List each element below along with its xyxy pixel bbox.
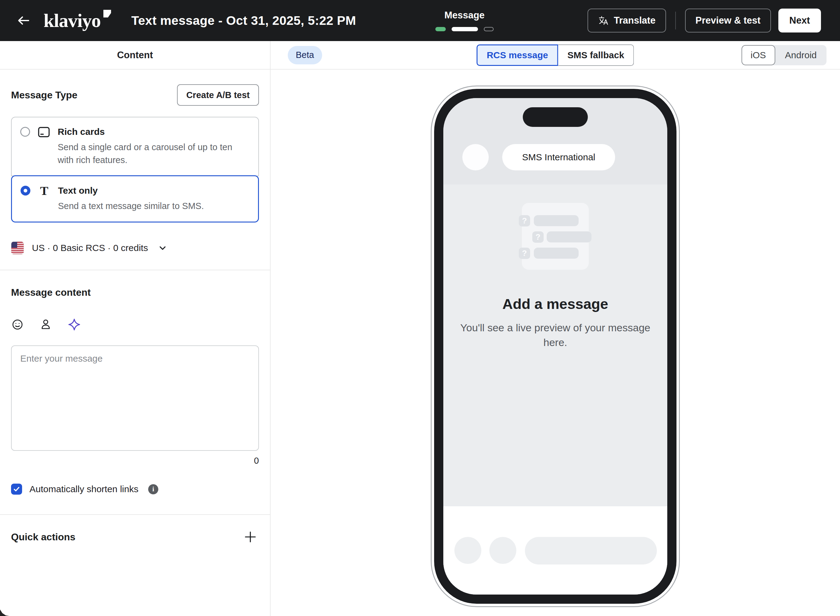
translate-button[interactable]: Translate: [587, 9, 666, 32]
klaviyo-logo: klaviyo: [44, 11, 112, 30]
step-pill-current[interactable]: [452, 27, 478, 31]
quick-actions-header: Quick actions: [11, 530, 259, 544]
empty-state-title: Add a message: [503, 295, 608, 312]
beta-badge: Beta: [288, 46, 322, 65]
question-mark-icon: ?: [519, 248, 530, 259]
text-only-title: Text only: [58, 185, 204, 197]
create-ab-test-label: Create A/B test: [186, 90, 250, 100]
step-label: Message: [444, 10, 485, 21]
option-rich-cards[interactable]: Rich cards Send a single card or a carou…: [11, 117, 259, 176]
step-pill-upcoming[interactable]: [484, 27, 494, 31]
compose-action-circle: [455, 537, 481, 564]
preview-test-button[interactable]: Preview & test: [685, 9, 771, 32]
emoji-button[interactable]: [11, 318, 24, 331]
rich-cards-text: Rich cards Send a single card or a carou…: [58, 126, 250, 166]
sparkle-icon: [68, 318, 81, 331]
conversation-header: SMS International: [443, 144, 667, 170]
chevron-down-icon: [158, 243, 167, 252]
klaviyo-flag-icon: [103, 10, 111, 18]
ai-assistant-button[interactable]: [68, 318, 81, 331]
toggle-ios[interactable]: iOS: [741, 45, 775, 65]
tab-rcs-message[interactable]: RCS message: [477, 44, 558, 66]
page-title: Text message - Oct 31, 2025, 5:22 PM: [131, 13, 356, 28]
section-divider: [0, 270, 270, 270]
next-button[interactable]: Next: [778, 9, 821, 32]
sending-summary: US · 0 Basic RCS · 0 credits: [32, 243, 148, 253]
option-text-only[interactable]: T Text only Send a text message similar …: [11, 175, 259, 223]
message-type-heading: Message Type: [11, 89, 77, 101]
shorten-links-checkbox[interactable]: [11, 484, 22, 495]
placeholder-bubble: [547, 232, 591, 242]
translate-label: Translate: [614, 15, 656, 26]
arrow-left-icon: [16, 13, 30, 28]
character-count: 0: [11, 456, 259, 466]
emoji-icon: [11, 318, 24, 331]
preview-pane: Beta RCS message SMS fallback iOS Androi…: [271, 41, 840, 616]
placeholder-bubble: [534, 215, 579, 226]
add-quick-action-button[interactable]: [244, 530, 257, 544]
wizard-step-indicator: Message: [434, 0, 494, 41]
header-divider: [675, 12, 676, 29]
klaviyo-wordmark: klaviyo: [44, 10, 101, 31]
message-input[interactable]: [11, 345, 259, 451]
compose-input-placeholder: [525, 537, 657, 565]
shorten-links-row: Automatically shorten links i: [11, 484, 259, 495]
message-type-header: Message Type Create A/B test: [11, 84, 259, 106]
preview-test-label: Preview & test: [696, 15, 761, 26]
compose-bar: [443, 506, 667, 594]
shorten-links-label: Automatically shorten links: [29, 484, 138, 494]
dynamic-island: [523, 107, 588, 127]
translate-icon: [598, 15, 609, 26]
avatar: [462, 144, 489, 170]
us-flag-icon: [11, 242, 24, 254]
rich-cards-radio[interactable]: [20, 127, 30, 137]
rich-cards-description: Send a single card or a carousel of up t…: [58, 141, 250, 166]
tab-sms-fallback[interactable]: SMS fallback: [558, 44, 634, 66]
message-mode-tabs: RCS message SMS fallback: [477, 44, 634, 66]
create-ab-test-button[interactable]: Create A/B test: [177, 84, 259, 106]
preview-canvas: SMS International ? ? ?: [271, 70, 840, 616]
person-icon: [39, 318, 52, 331]
text-only-radio[interactable]: [21, 186, 30, 195]
empty-state-subtitle: You'll see a live preview of your messag…: [460, 320, 650, 350]
back-button[interactable]: [15, 13, 31, 28]
rich-cards-title: Rich cards: [58, 126, 250, 138]
check-icon: [13, 485, 20, 493]
step-progress: [435, 27, 494, 31]
text-only-text: Text only Send a text message similar to…: [58, 185, 204, 213]
sending-profile-dropdown[interactable]: US · 0 Basic RCS · 0 credits: [11, 242, 259, 254]
personalization-button[interactable]: [39, 318, 52, 331]
phone-status-header: SMS International: [443, 98, 667, 185]
content-sidebar: Content Message Type Create A/B test: [0, 41, 271, 616]
content-row: Content Message Type Create A/B test: [0, 41, 840, 616]
info-icon[interactable]: i: [148, 484, 158, 494]
placeholder-bubble: [534, 248, 579, 259]
app-header: klaviyo Text message - Oct 31, 2025, 5:2…: [0, 0, 840, 41]
sender-name-pill: SMS International: [502, 144, 615, 170]
step-pill-complete[interactable]: [435, 27, 446, 31]
phone-mockup: SMS International ? ? ?: [431, 85, 680, 607]
message-type-options: Rich cards Send a single card or a carou…: [11, 117, 259, 223]
placeholder-illustration: ? ? ?: [522, 203, 589, 270]
question-mark-icon: ?: [519, 215, 530, 226]
phone-screen: SMS International ? ? ?: [443, 98, 667, 594]
sidebar-title: Content: [0, 41, 270, 70]
toggle-android[interactable]: Android: [775, 45, 827, 65]
rich-card-icon: [37, 126, 50, 166]
sidebar-body: Message Type Create A/B test Rich ca: [0, 70, 270, 616]
preview-controls: Beta RCS message SMS fallback iOS Androi…: [271, 41, 840, 70]
phone-bezel: SMS International ? ? ?: [434, 89, 677, 604]
compose-action-circle: [489, 537, 516, 564]
section-divider: [0, 514, 270, 515]
quick-actions-heading: Quick actions: [11, 531, 75, 543]
text-icon: T: [38, 185, 51, 213]
chat-area: ? ? ? Add a message You'll see a live pr…: [443, 185, 667, 506]
next-label: Next: [789, 15, 810, 26]
os-toggle: iOS Android: [741, 45, 827, 65]
plus-icon: [244, 530, 257, 544]
question-mark-icon: ?: [532, 232, 544, 243]
message-content-heading: Message content: [11, 287, 259, 298]
header-actions: Translate Preview & test Next: [587, 9, 821, 32]
text-only-description: Send a text message similar to SMS.: [58, 199, 204, 213]
composer-toolbar: [11, 318, 259, 331]
